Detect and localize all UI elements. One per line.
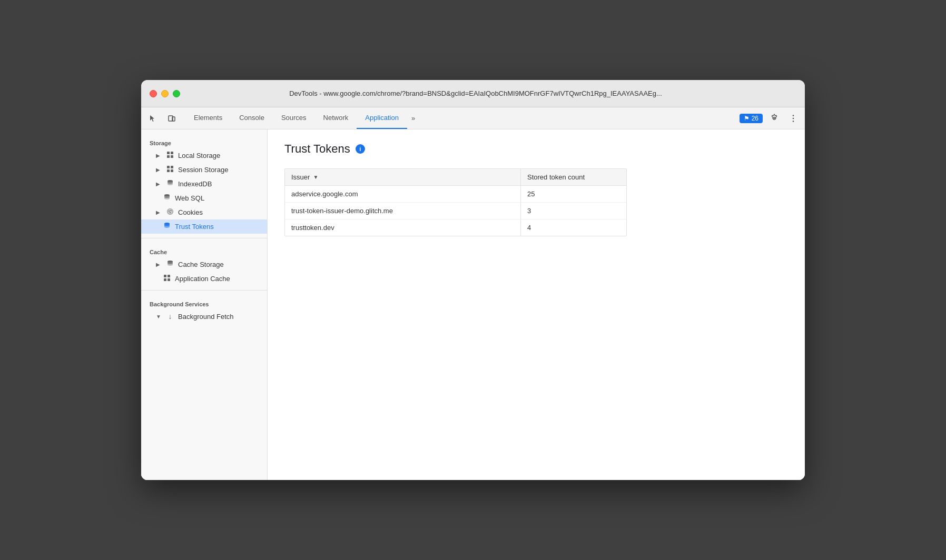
cell-count: 25	[521, 186, 626, 202]
local-storage-label: Local Storage	[178, 152, 220, 159]
tab-application[interactable]: Application	[357, 107, 407, 129]
sidebar-item-web-sql[interactable]: Web SQL	[141, 191, 267, 205]
cookie-icon	[165, 208, 175, 217]
toolbar-right: ⚑ 26	[740, 111, 801, 126]
web-sql-label: Web SQL	[175, 194, 204, 202]
svg-rect-8	[171, 155, 173, 158]
sort-arrow-icon: ▼	[313, 174, 318, 180]
chevron-right-icon: ▶	[156, 167, 162, 173]
panel-title-text: Trust Tokens	[284, 142, 350, 156]
main-content: Storage ▶ Local Storage	[141, 129, 805, 480]
tab-list: Elements Console Sources Network Applica…	[185, 107, 740, 129]
svg-rect-12	[171, 169, 173, 172]
cookies-label: Cookies	[178, 208, 203, 216]
sidebar-item-trust-tokens[interactable]: Trust Tokens	[141, 219, 267, 234]
storage-section-label: Storage	[141, 134, 267, 148]
sidebar-item-local-storage[interactable]: ▶ Local Storage	[141, 148, 267, 163]
svg-rect-7	[167, 155, 170, 158]
column-header-count[interactable]: Stored token count	[521, 169, 626, 185]
application-cache-label: Application Cache	[175, 275, 230, 283]
database-icon	[165, 179, 175, 188]
svg-rect-6	[171, 152, 173, 154]
issues-badge[interactable]: ⚑ 26	[740, 114, 763, 123]
grid-icon	[165, 165, 175, 174]
sidebar: Storage ▶ Local Storage	[141, 129, 268, 480]
main-panel: Trust Tokens i Issuer ▼ Stored token cou…	[268, 129, 805, 480]
session-storage-label: Session Storage	[178, 166, 228, 174]
chevron-right-icon: ▶	[156, 209, 162, 215]
background-section-label: Background Services	[141, 295, 267, 309]
chevron-down-icon: ▼	[156, 314, 162, 319]
cursor-tool-button[interactable]	[145, 111, 160, 126]
tab-network[interactable]: Network	[315, 107, 357, 129]
sidebar-item-session-storage[interactable]: ▶ Session Storage	[141, 163, 267, 177]
cell-count: 3	[521, 203, 626, 219]
cache-storage-label: Cache Storage	[178, 261, 224, 268]
more-options-button[interactable]	[786, 111, 801, 126]
chevron-right-icon: ▶	[156, 153, 162, 158]
database-icon	[165, 260, 175, 269]
svg-rect-21	[164, 275, 166, 277]
table-row[interactable]: trusttoken.dev 4	[285, 219, 626, 236]
tab-sources[interactable]: Sources	[273, 107, 315, 129]
window-title: DevTools - www.google.com/chrome/?brand=…	[155, 89, 796, 97]
svg-point-15	[167, 209, 173, 215]
svg-rect-24	[167, 278, 170, 281]
database-icon	[162, 194, 172, 203]
sidebar-item-background-fetch[interactable]: ▼ ↓ Background Fetch	[141, 309, 267, 323]
cell-issuer: trust-token-issuer-demo.glitch.me	[285, 203, 521, 219]
devtools-window: DevTools - www.google.com/chrome/?brand=…	[141, 80, 805, 480]
table-row[interactable]: trust-token-issuer-demo.glitch.me 3	[285, 203, 626, 219]
divider	[141, 290, 267, 291]
database-icon	[162, 222, 172, 231]
chevron-right-icon: ▶	[156, 181, 162, 187]
svg-rect-5	[167, 152, 170, 154]
sidebar-item-cache-storage[interactable]: ▶ Cache Storage	[141, 257, 267, 272]
tab-console[interactable]: Console	[231, 107, 273, 129]
svg-point-16	[169, 211, 170, 212]
table-row[interactable]: adservice.google.com 25	[285, 186, 626, 203]
tab-elements[interactable]: Elements	[185, 107, 231, 129]
svg-point-3	[793, 117, 794, 119]
indexeddb-label: IndexedDB	[178, 180, 212, 188]
svg-rect-23	[164, 278, 166, 281]
grid-icon	[162, 274, 172, 283]
issues-icon: ⚑	[744, 115, 750, 122]
divider	[141, 238, 267, 238]
cell-issuer: trusttoken.dev	[285, 219, 521, 236]
grid-icon	[165, 151, 175, 160]
info-icon-button[interactable]: i	[356, 144, 365, 154]
tab-more-button[interactable]: »	[407, 107, 419, 129]
svg-point-4	[793, 121, 794, 122]
chevron-right-icon: ▶	[156, 262, 162, 267]
settings-button[interactable]	[767, 111, 782, 126]
svg-rect-22	[167, 275, 170, 277]
cell-count: 4	[521, 219, 626, 236]
issues-count: 26	[752, 115, 758, 122]
sidebar-item-application-cache[interactable]: Application Cache	[141, 272, 267, 286]
svg-point-2	[793, 115, 794, 116]
devtools-panel: Elements Console Sources Network Applica…	[141, 107, 805, 480]
panel-title-row: Trust Tokens i	[284, 142, 788, 156]
trust-tokens-label: Trust Tokens	[175, 223, 214, 231]
trust-tokens-table: Issuer ▼ Stored token count adservice.go…	[284, 168, 627, 236]
cell-issuer: adservice.google.com	[285, 186, 521, 202]
column-header-issuer[interactable]: Issuer ▼	[285, 169, 521, 185]
svg-rect-10	[171, 166, 173, 168]
svg-point-17	[171, 210, 172, 211]
title-bar: DevTools - www.google.com/chrome/?brand=…	[141, 80, 805, 107]
device-toggle-button[interactable]	[164, 111, 179, 126]
svg-point-18	[170, 212, 171, 213]
toolbar-left	[145, 111, 179, 126]
arrow-icon: ↓	[165, 312, 175, 321]
background-fetch-label: Background Fetch	[178, 313, 234, 321]
table-header: Issuer ▼ Stored token count	[285, 169, 626, 186]
tab-bar: Elements Console Sources Network Applica…	[141, 107, 805, 129]
svg-rect-11	[167, 169, 170, 172]
cache-section-label: Cache	[141, 243, 267, 257]
sidebar-item-indexeddb[interactable]: ▶ IndexedDB	[141, 177, 267, 191]
svg-rect-9	[167, 166, 170, 168]
svg-rect-1	[172, 117, 175, 121]
sidebar-item-cookies[interactable]: ▶ Cookies	[141, 205, 267, 219]
